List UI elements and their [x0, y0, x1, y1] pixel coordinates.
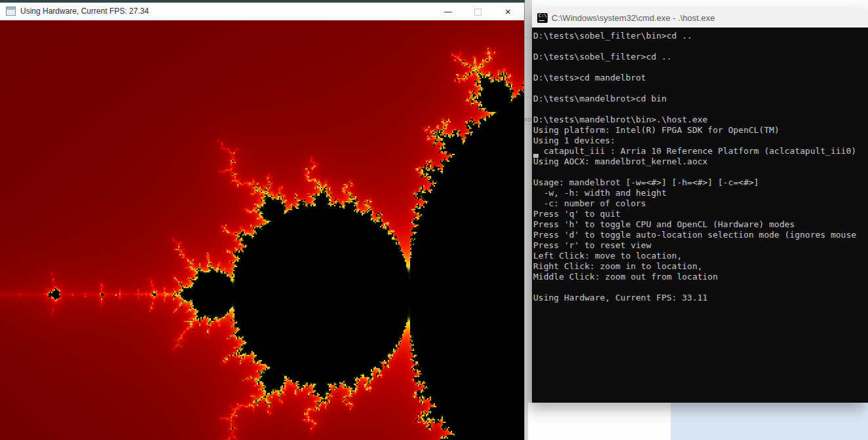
background-window-blue — [671, 403, 868, 440]
console-line: Using Hardware, Current FPS: 33.11 — [533, 293, 868, 303]
mandelbrot-canvas[interactable] — [0, 20, 524, 440]
console-line — [533, 104, 868, 115]
console-line: Usage: mandelbrot [-w=<#>] [-h=<#>] [-c=… — [533, 177, 868, 188]
console-line: catapult_iii : Arria 10 Reference Platfo… — [533, 146, 868, 156]
console-output[interactable]: D:\tests\sobel_filter\bin>cd .. D:\tests… — [532, 28, 868, 403]
console-line: -w, -h: width and height — [533, 188, 868, 198]
console-line — [533, 41, 868, 52]
background-window-white — [528, 403, 671, 440]
strip-divider — [525, 37, 532, 38]
maximize-icon — [474, 9, 481, 16]
console-line: Using platform: Intel(R) FPGA SDK for Op… — [533, 125, 868, 136]
close-button[interactable]: × — [492, 3, 524, 20]
console-line: D:\tests\mandelbrot>cd bin — [533, 94, 868, 104]
console-line: D:\tests>cd mandelbrot — [533, 73, 868, 83]
console-line: D:\tests\sobel_filter\bin>cd .. — [533, 31, 868, 41]
mandelbrot-viewer-window: Using Hardware, Current FPS: 27.34 × — [0, 3, 525, 440]
titlebar[interactable]: Using Hardware, Current FPS: 27.34 × — [0, 3, 524, 20]
minimize-button[interactable] — [433, 3, 462, 20]
cmd-icon: C:\ — [537, 13, 548, 23]
minimize-icon — [444, 12, 452, 12]
console-line: Press 'r' to reset view — [533, 240, 868, 251]
console-line: D:\tests\mandelbrot\bin>.\host.exe — [533, 115, 868, 125]
console-line: Using 1 devices: — [533, 136, 868, 146]
cmd-icon-text: C:\ — [538, 13, 547, 18]
console-line: D:\tests\sobel_filter>cd .. — [533, 52, 868, 62]
strip-divider — [525, 124, 532, 125]
console-line: Using AOCX: mandelbrot_kernel.aocx — [533, 156, 868, 167]
console-cursor — [533, 154, 538, 158]
window-title: Using Hardware, Current FPS: 27.34 — [20, 3, 149, 20]
cmd-window-title: C:\Windows\system32\cmd.exe - .\host.exe — [552, 9, 715, 28]
maximize-button[interactable] — [462, 3, 492, 20]
console-line: Press 'q' to quit — [533, 209, 868, 219]
cmd-window: C:\ C:\Windows\system32\cmd.exe - .\host… — [532, 9, 868, 403]
console-line: Left Click: move to location, — [533, 251, 868, 261]
console-line: Middle Click: zoom out from location — [533, 272, 868, 282]
background-window-strip: ro — [525, 0, 532, 440]
cmd-titlebar[interactable]: C:\ C:\Windows\system32\cmd.exe - .\host… — [532, 9, 868, 28]
console-line — [533, 62, 868, 73]
console-line — [533, 282, 868, 293]
strip-divider — [525, 97, 532, 98]
console-line — [533, 167, 868, 177]
console-line: Press 'h' to toggle CPU and OpenCL (Hard… — [533, 219, 868, 230]
console-line: Right Click: zoom in to location, — [533, 261, 868, 272]
console-line: Press 'd' to toggle auto-location select… — [533, 230, 868, 240]
app-window-icon — [6, 7, 16, 16]
console-line: -c: number of colors — [533, 198, 868, 209]
console-line — [533, 83, 868, 94]
clipped-background-text: ro — [525, 115, 531, 123]
